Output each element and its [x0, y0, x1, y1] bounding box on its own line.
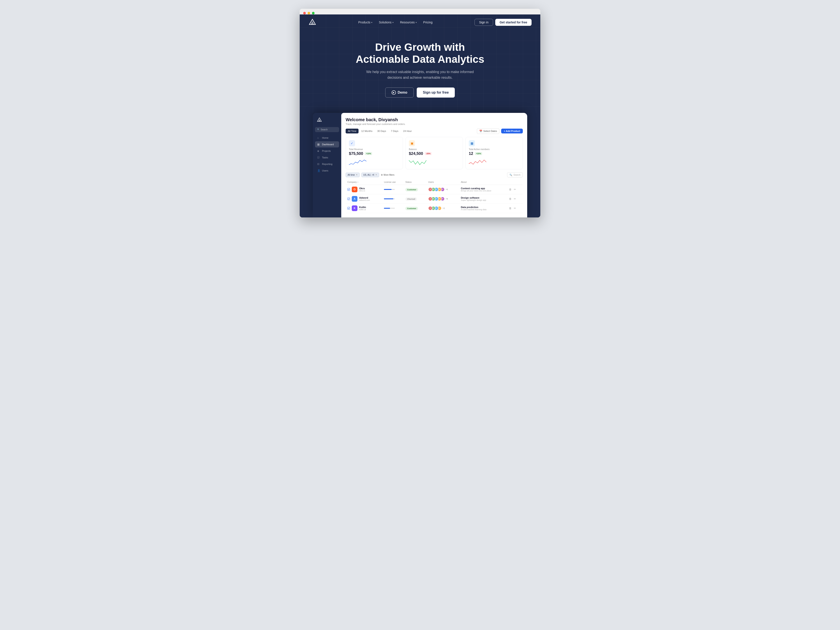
- signin-button[interactable]: Sign in: [474, 19, 493, 26]
- tasks-icon: ☑: [317, 156, 320, 159]
- signup-button[interactable]: Sign up for free: [417, 87, 455, 98]
- delete-button[interactable]: 🗑: [508, 197, 512, 201]
- traffic-light-green[interactable]: [312, 12, 314, 14]
- stat-value-row-members: 12 +20%: [469, 152, 519, 156]
- stat-label-members: Total Active members: [469, 148, 519, 150]
- reporting-icon: ⊟: [317, 163, 320, 166]
- nav-actions: Sign in Get started for free: [474, 19, 532, 26]
- delete-button[interactable]: 🗑: [508, 188, 512, 191]
- license-bar: [384, 189, 395, 190]
- sidebar-logo: [315, 117, 339, 123]
- avatar-count: +8: [445, 198, 448, 200]
- remove-alltime-icon[interactable]: ✕: [356, 174, 358, 176]
- more-filters-button[interactable]: ⚙ More filters: [381, 174, 395, 176]
- balance-icon: ▣: [409, 140, 415, 146]
- stat-label-balance: Balance: [409, 148, 459, 150]
- about-cell: Content curating app Brings all your new…: [459, 185, 507, 194]
- traffic-light-red[interactable]: [303, 12, 306, 14]
- select-dates-button[interactable]: 📅 Select Dates: [477, 128, 499, 134]
- company-checkbox[interactable]: [347, 188, 350, 191]
- filter-tag-alltime[interactable]: All time ✕: [346, 172, 360, 177]
- edit-button[interactable]: ✏: [513, 188, 516, 191]
- company-info: Adword adword.com: [359, 196, 370, 201]
- logo[interactable]: [308, 18, 316, 26]
- company-checkbox[interactable]: [347, 207, 350, 210]
- company-cell: A Adword adword.com: [347, 196, 381, 202]
- time-tabs: All Time 12 Months 30 Days 7 Days 24 Hou…: [346, 129, 414, 133]
- row-actions: 🗑 ✏: [508, 197, 521, 201]
- sidebar-item-home[interactable]: ⌂ Home: [315, 135, 339, 141]
- tab-7days[interactable]: 7 Days: [389, 129, 401, 133]
- sidebar-item-reporting[interactable]: ⊟ Reporting: [315, 161, 339, 167]
- col-about: About: [459, 180, 507, 185]
- revenue-icon: ✓: [349, 140, 355, 146]
- nav-resources[interactable]: Resources ▾: [398, 19, 419, 25]
- browser-chrome: [300, 9, 540, 14]
- nav-pricing[interactable]: Pricing: [421, 19, 435, 25]
- stat-card-members: ▦ Total Active members 12 +20%: [466, 137, 523, 169]
- time-filters-row: All Time 12 Months 30 Days 7 Days 24 Hou…: [346, 128, 523, 134]
- stat-label-revenue: Total Revenue: [349, 148, 399, 150]
- demo-button[interactable]: ▶ Demo: [385, 87, 414, 98]
- company-info: Okru okru.io: [359, 187, 365, 192]
- license-fill: [384, 208, 390, 209]
- companies-table: Company ↕ License use Status Users About: [346, 180, 523, 213]
- stat-card-balance: ▣ Balance $24,500 -25%: [406, 137, 463, 169]
- row-actions-cell: 🗑 ✏: [507, 204, 523, 213]
- tab-24hour[interactable]: 24 Hour: [401, 129, 414, 133]
- search-icon: 🔍: [317, 128, 320, 131]
- col-users: Users: [426, 180, 459, 185]
- user-avatar: 1: [428, 206, 433, 210]
- tab-12months[interactable]: 12 Months: [359, 129, 374, 133]
- col-status: Status: [404, 180, 426, 185]
- edit-button[interactable]: ✏: [513, 197, 516, 201]
- welcome-title: Welcome back, Divyansh: [346, 117, 523, 122]
- sidebar-search-box[interactable]: 🔍 Search: [315, 127, 339, 132]
- dashboard-mockup: 🔍 Search ⌂ Home ▦ Dashboard ◈ Projects: [300, 113, 540, 218]
- stat-badge-balance: -25%: [425, 152, 432, 155]
- delete-button[interactable]: 🗑: [508, 206, 512, 210]
- edit-button[interactable]: ✏: [513, 206, 516, 210]
- traffic-light-yellow[interactable]: [308, 12, 310, 14]
- company-checkbox[interactable]: [347, 197, 350, 200]
- users-cell: 1234 +2: [426, 204, 459, 213]
- sparkline-revenue: [349, 157, 399, 166]
- tab-all-time[interactable]: All Time: [346, 129, 358, 133]
- sidebar-item-users[interactable]: 👤 Users: [315, 167, 339, 174]
- stat-badge-members: +20%: [475, 152, 482, 155]
- welcome-header: Welcome back, Divyansh Track, manage and…: [346, 117, 523, 125]
- navbar: Products ▾ Solutions ▾ Resources ▾ Prici…: [300, 14, 540, 30]
- add-product-button[interactable]: + Add Product: [501, 129, 523, 133]
- get-started-button[interactable]: Get started for free: [495, 19, 532, 26]
- filter-tag-geo[interactable]: US, AU, +4 ✕: [362, 172, 379, 177]
- avatar-count: +2: [442, 207, 445, 209]
- hero-content: Drive Growth with Actionable Data Analyt…: [300, 30, 540, 113]
- hero-cta: ▶ Demo Sign up for free: [308, 87, 532, 98]
- company-cell: O Okru okru.io: [347, 186, 381, 192]
- remove-geo-icon[interactable]: ✕: [375, 174, 377, 176]
- license-fill: [384, 189, 392, 190]
- table-search-box[interactable]: 🔍 Search: [507, 172, 523, 177]
- license-fill: [384, 198, 393, 199]
- nav-solutions[interactable]: Solutions ▾: [376, 19, 396, 25]
- col-license: License use: [382, 180, 404, 185]
- row-actions-cell: 🗑 ✏: [507, 194, 523, 204]
- table-filters: All time ✕ US, AU, +4 ✕ ⚙ More filters: [346, 172, 523, 177]
- hero-section: Products ▾ Solutions ▾ Resources ▾ Prici…: [300, 14, 540, 218]
- stat-badge-revenue: +10%: [365, 152, 372, 155]
- home-icon: ⌂: [317, 136, 320, 139]
- company-logo: O: [352, 186, 357, 192]
- calendar-icon: 📅: [479, 130, 482, 133]
- play-icon: ▶: [392, 90, 396, 95]
- status-badge: Customer: [405, 188, 418, 191]
- users-cell: 12345 +8: [426, 194, 459, 204]
- sidebar-item-dashboard[interactable]: ▦ Dashboard: [315, 141, 339, 147]
- tab-30days[interactable]: 30 Days: [375, 129, 388, 133]
- company-logo: A: [352, 196, 357, 202]
- sidebar-item-projects[interactable]: ◈ Projects: [315, 148, 339, 154]
- license-cell: [382, 185, 404, 194]
- users-icon: 👤: [317, 169, 320, 172]
- sidebar-item-tasks[interactable]: ☑ Tasks: [315, 155, 339, 161]
- status-cell: Customer: [404, 185, 426, 194]
- nav-products[interactable]: Products ▾: [356, 19, 375, 25]
